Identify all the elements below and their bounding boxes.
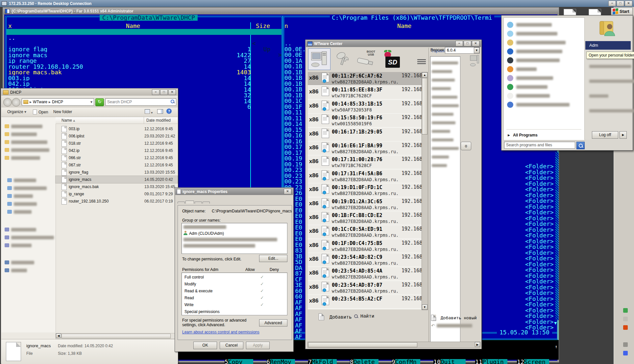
tray-icon[interactable] — [623, 325, 628, 330]
version-select[interactable]: 6.0.4 ▼ — [445, 47, 480, 54]
start-menu-item[interactable] — [507, 56, 570, 65]
sidebar-item[interactable] — [7, 184, 47, 192]
explorer-minimize-button[interactable]: – — [152, 89, 159, 95]
properties-tab[interactable] — [178, 202, 185, 204]
expand-button[interactable]: o — [461, 142, 471, 150]
permission-row[interactable]: Full control ✓ — [182, 274, 287, 280]
group-user-row[interactable] — [183, 224, 286, 230]
sidebar-item[interactable] — [7, 208, 47, 216]
group-user-row[interactable] — [183, 243, 286, 249]
explorer-file-row[interactable]: 018.str 12.12.2016 9:45 — [56, 140, 178, 147]
far-file-row[interactable]: 003.ip 14 — [8, 75, 282, 81]
start-menu-item[interactable] — [507, 91, 570, 100]
config-list-item[interactable] — [432, 84, 459, 93]
sidebar-item[interactable] — [7, 192, 47, 200]
rdp-close-button[interactable]: ✕ — [625, 1, 632, 6]
back-button[interactable] — [3, 98, 12, 107]
rdp-maximize-button[interactable]: □ — [617, 1, 624, 6]
far-up-row[interactable]: .. < Up > — [7, 29, 281, 35]
column-date-modified[interactable]: Date modified — [146, 118, 171, 123]
permission-row[interactable]: Modify ✓ — [182, 280, 287, 287]
properties-tab[interactable] — [185, 201, 194, 204]
properties-titlebar[interactable]: ignore_macs Properties ✕ — [175, 188, 293, 195]
start-menu-item[interactable] — [507, 83, 570, 91]
far-history-arrow[interactable]: ↑ — [555, 344, 557, 350]
new-folder-button[interactable]: New folder — [53, 109, 72, 114]
settings-toolbar-button[interactable] — [332, 48, 354, 70]
search-input[interactable]: Search programs and files — [504, 142, 575, 149]
cancel-button[interactable]: Cancel — [220, 342, 243, 349]
far-file-row[interactable]: ignore_flag 1 — [8, 46, 282, 52]
far-file-row[interactable]: 042.ip 14 — [8, 81, 282, 87]
explorer-file-row[interactable]: ignore_flag 13.03.2020 15:55 — [56, 169, 178, 176]
forward-button[interactable] — [12, 98, 20, 107]
terminal-row[interactable]: x86 00:16:E6:1F:BA:99192.168.10.103 wtwB… — [308, 142, 422, 155]
far-key[interactable]: 12Screen — [474, 353, 549, 359]
apply-button[interactable]: Apply — [246, 342, 270, 349]
explorer-file-row[interactable]: 003.ip 12.12.2016 9:45 — [56, 125, 178, 133]
explorer-maximize-button[interactable]: □ — [160, 89, 168, 95]
add-terminal-action[interactable]: Добавить — [319, 313, 352, 320]
start-menu-right-item[interactable] — [589, 74, 634, 88]
terminal-row[interactable]: x86 00:17:31:00:28:76192.168.10.16 wtw70… — [308, 156, 422, 169]
explorer-file-row[interactable]: ignore_macs 14.05.2020 0:42 — [56, 176, 178, 183]
far-file-row[interactable]: ignore_macs.bak 1403 — [8, 69, 282, 75]
config-list-item[interactable] — [432, 76, 459, 84]
sidebar-item[interactable] — [5, 130, 49, 138]
explorer-file-row[interactable]: 042.ip 12.12.2016 9:45 — [56, 147, 178, 154]
terminal-row[interactable]: x86 00:19:D1:0F:FD:1C192.168.10.50 wtwB8… — [308, 183, 422, 197]
logoff-button[interactable]: Log off — [592, 131, 618, 139]
start-menu-right-item[interactable] — [589, 88, 634, 103]
start-menu-right-item[interactable] — [589, 59, 634, 74]
config-list-item[interactable] — [432, 59, 459, 67]
config-list-item[interactable] — [432, 110, 459, 118]
explorer-file-row[interactable]: 067.str 12.12.2016 9:45 — [56, 161, 178, 169]
sidebar-item[interactable] — [5, 258, 34, 266]
add-new-terminal-action[interactable]: Добавить новый т — [431, 315, 480, 321]
search-go-button[interactable] — [576, 142, 585, 149]
breadcrumb[interactable]: ▸ WTware ▸ DHCP ▾ — [22, 98, 94, 106]
terminal-row[interactable]: x86 00:11:85:EE:88:3F192.168.10.93 wtw70… — [308, 86, 422, 99]
refresh-button[interactable]: ↻ — [95, 98, 104, 106]
user-name-item[interactable]: Adm — [585, 41, 631, 50]
hscroll-thumb[interactable] — [308, 342, 417, 347]
sidebar-item[interactable] — [5, 233, 54, 241]
explorer-file-row[interactable]: router_192.168.10.250 06.02.2017 0:19 — [56, 198, 178, 205]
explorer-close-button[interactable]: ✕ — [168, 89, 176, 95]
organize-button[interactable]: Organize ▾ — [7, 109, 26, 114]
sidebar-item[interactable] — [5, 122, 49, 130]
wtware-close-button[interactable]: ✕ — [472, 41, 479, 46]
chevron-down-icon[interactable]: ▼ — [474, 47, 479, 53]
terminal-row[interactable]: x86 00:14:85:33:1B:15192.168.10.74 wtw50… — [308, 100, 422, 113]
far-titlebar[interactable]: {C:\ProgramData\WTware\DHCP} - Far 3.0.5… — [3, 8, 558, 14]
access-control-link[interactable]: Learn about access control and permissio… — [182, 330, 259, 334]
sidebar-item[interactable] — [5, 138, 49, 146]
group-user-row[interactable]: Adm (CLOUD\Adm) — [183, 230, 286, 236]
terminal-row[interactable]: x86 00:23:54:AD:87:07192.168.10.54 wtwB8… — [308, 281, 422, 294]
breadcrumb-root[interactable]: WTware — [33, 100, 47, 104]
sidebar-item[interactable] — [5, 226, 54, 233]
search-box[interactable]: Search DHCP — [105, 98, 176, 106]
far-file-row[interactable]: ignore_macs 1422 — [8, 52, 282, 58]
config-list-item[interactable] — [432, 161, 459, 170]
wtware-minimize-button[interactable]: – — [455, 41, 463, 46]
sidebar-item[interactable] — [5, 146, 49, 154]
terminal-row[interactable]: x86 00:19:D1:2A:3C:65192.168.10.17 wtwB8… — [308, 198, 422, 211]
config-list-item[interactable] — [432, 127, 459, 135]
permission-row[interactable]: Read & execute ✓ — [182, 287, 287, 294]
group-user-list[interactable]: Adm (CLOUD\Adm) — [182, 223, 287, 254]
sidebar-item[interactable] — [5, 154, 49, 162]
hscroll-thumb[interactable] — [61, 334, 171, 338]
start-menu-item[interactable] — [507, 38, 570, 47]
advanced-button[interactable]: Advanced — [259, 319, 287, 327]
config-list-item[interactable] — [432, 135, 459, 144]
far-file-row[interactable]: ip_range 27 — [8, 58, 282, 64]
ok-button[interactable]: OK — [193, 342, 217, 349]
sidebar-item[interactable] — [5, 266, 34, 274]
rdp-minimize-button[interactable]: – — [608, 1, 616, 6]
terminal-row[interactable]: x86 00:11:2F:6C:A7:62192.168.10.49 wtwB8… — [308, 72, 422, 85]
terminals-toolbar-button[interactable] — [308, 48, 330, 70]
edit-button[interactable]: Edit... — [259, 255, 287, 262]
terminal-row[interactable]: x86 00:1C:C0:5A:ED:91192.168.10.91 wtwB8… — [308, 225, 422, 238]
terminal-row[interactable]: x86 00:1F:D0:C4:75:B5192.168.10.116 wtwB… — [308, 239, 422, 253]
